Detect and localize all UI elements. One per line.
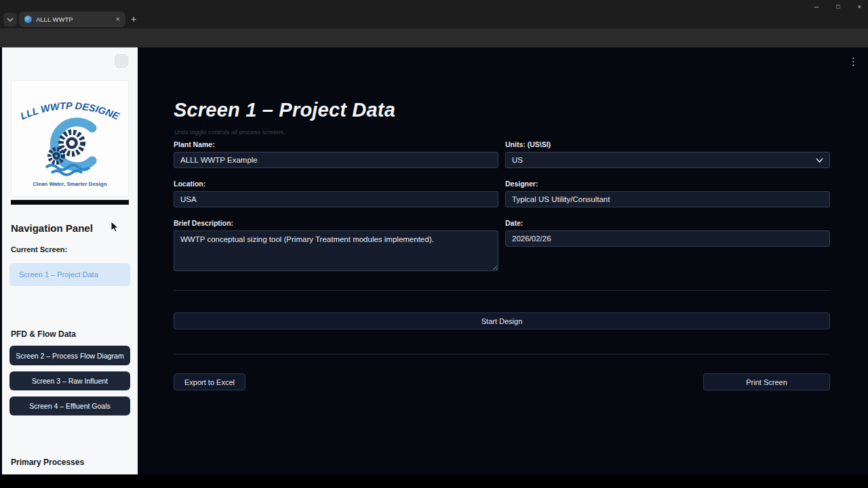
minimize-button[interactable]: ─ (814, 3, 818, 10)
browser-tab[interactable]: ALLL WWTP × (19, 12, 125, 27)
window-controls: ─ □ × (814, 3, 861, 10)
close-window-button[interactable]: × (858, 3, 861, 10)
start-design-button[interactable]: Start Design (174, 312, 830, 329)
divider (174, 290, 830, 291)
current-screen-label: Current Screen: (11, 245, 67, 253)
logo-divider-bar (11, 200, 129, 205)
logo-title: ALLL WWTP DESIGNER (12, 83, 121, 122)
plant-name-group: Plant Name: (174, 140, 498, 168)
sidebar-collapse-button[interactable] (115, 54, 128, 68)
sidebar-item-screen4[interactable]: Screen 4 – Effluent Goals (9, 396, 130, 415)
print-screen-button[interactable]: Print Screen (703, 373, 830, 390)
location-label: Location: (174, 180, 498, 188)
page-menu-kebab-icon[interactable]: ⋮ (848, 56, 859, 68)
date-field[interactable] (505, 230, 830, 247)
tab-close-icon[interactable]: × (116, 16, 120, 23)
sidebar-item-screen2[interactable]: Screen 2 – Process Flow Diagram (9, 346, 130, 365)
description-group: Brief Description: WWTP conceptual sizin… (174, 219, 498, 274)
new-tab-button[interactable]: + (131, 14, 136, 24)
browser-tab-strip: ALLL WWTP × + ─ □ × (0, 0, 868, 28)
section-pfd-flow-data: PFD & Flow Data (11, 329, 76, 339)
designer-group: Designer: (505, 180, 830, 207)
date-group: Date: (505, 219, 830, 274)
description-label: Brief Description: (174, 219, 498, 227)
location-group: Location: (174, 180, 498, 207)
page-title: Screen 1 – Project Data (174, 99, 395, 121)
divider (174, 354, 830, 354)
page-subtitle: Units toggle controls all process screen… (174, 129, 285, 136)
logo-tagline: Clean Water, Smarter Design (12, 181, 128, 187)
tab-search-button[interactable] (3, 13, 17, 26)
location-field[interactable] (174, 191, 498, 207)
chevron-down-icon (816, 158, 823, 163)
date-label: Date: (505, 219, 830, 227)
description-field[interactable]: WWTP conceptual sizing tool (Primary Tre… (174, 230, 498, 271)
export-to-excel-button[interactable]: Export to Excel (174, 373, 245, 390)
sidebar: ALLL WWTP DESIGNER Clean Water, Smarter … (2, 47, 138, 474)
browser-toolbar: ← ↻ https://3a742dc3-c6be-451c-8047-6158… (0, 28, 868, 47)
svg-text:ALLL WWTP DESIGNER: ALLL WWTP DESIGNER (12, 83, 121, 122)
chevron-down-icon (7, 18, 14, 22)
app-logo: ALLL WWTP DESIGNER Clean Water, Smarter … (11, 80, 129, 197)
app-page: ALLL WWTP DESIGNER Clean Water, Smarter … (0, 47, 868, 474)
units-select[interactable]: US (505, 152, 830, 168)
tab-favicon-icon (24, 16, 32, 23)
project-data-form: Plant Name: Units: (US\SI) US Location: … (174, 140, 830, 274)
maximize-button[interactable]: □ (836, 3, 840, 10)
plant-name-field[interactable] (174, 152, 498, 168)
plant-name-label: Plant Name: (174, 140, 498, 148)
sidebar-item-screen1[interactable]: Screen 1 – Project Data (9, 263, 130, 286)
navigation-panel-title: Navigation Panel (11, 222, 93, 234)
gear-icon (61, 132, 83, 154)
sidebar-item-screen3[interactable]: Screen 3 – Raw Influent (9, 371, 130, 390)
app-logo-graphic: ALLL WWTP DESIGNER (12, 83, 127, 177)
designer-label: Designer: (505, 180, 830, 188)
tab-title: ALLL WWTP (36, 16, 112, 23)
bottom-bar (0, 474, 868, 488)
units-label: Units: (US\SI) (505, 140, 830, 148)
designer-field[interactable] (505, 191, 830, 207)
screen: ALLL WWTP × + ─ □ × ← ↻ https://3a742dc3… (0, 0, 868, 488)
section-primary-processes: Primary Processes (11, 458, 84, 467)
units-group: Units: (US\SI) US (505, 140, 830, 168)
